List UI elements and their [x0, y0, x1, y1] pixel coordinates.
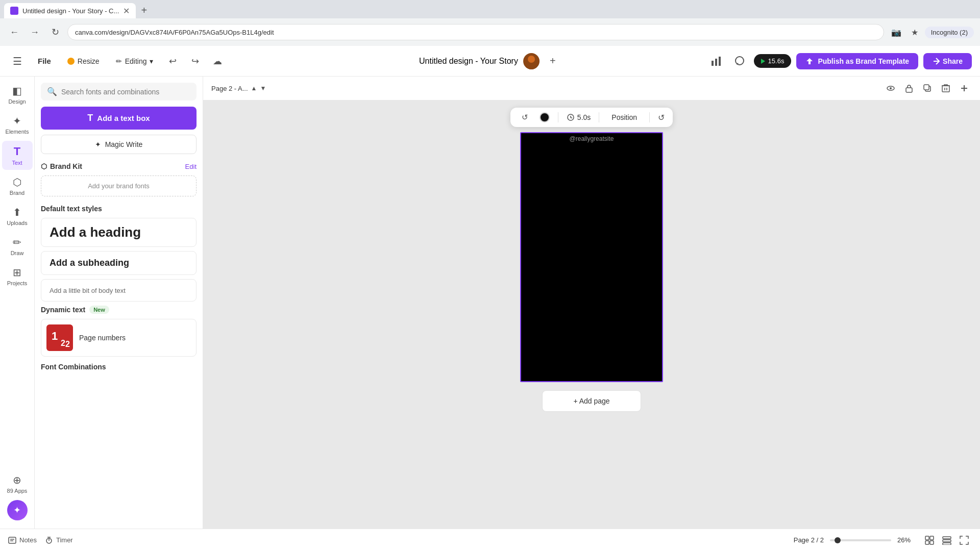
brand-kit-section: ⬡ Brand Kit Edit	[41, 162, 197, 170]
app: ☰ File Resize ✏ Editing ▾ ↩ ↪ ☁ Untitled…	[0, 46, 980, 551]
sidebar-item-text[interactable]: T Text	[2, 141, 33, 170]
fullscreen-button[interactable]	[957, 533, 972, 548]
favicon	[10, 7, 18, 15]
magic-write-icon: ✦	[95, 140, 101, 148]
magic-button[interactable]: ☁	[209, 53, 226, 69]
apps-icon: ⊕	[13, 474, 21, 486]
undo-button[interactable]: ↩	[164, 53, 181, 69]
add-textbox-label: Add a text box	[97, 114, 150, 122]
sidebar-item-uploads[interactable]: ⬆ Uploads	[2, 202, 33, 230]
time-indicator[interactable]: 5.0s	[567, 113, 591, 121]
subheading-style-item[interactable]: Add a subheading	[41, 251, 197, 275]
projects-icon: ⊞	[13, 266, 21, 279]
play-button[interactable]: 15.6s	[754, 54, 792, 68]
share-button[interactable]: Share	[923, 53, 972, 69]
magic-write-button[interactable]: ✦ Magic Write	[41, 135, 197, 154]
magic-write-label: Magic Write	[105, 140, 143, 148]
add-element-button[interactable]	[957, 81, 972, 96]
browser-tabs: Untitled design - Your Story - C... ✕ +	[0, 0, 980, 18]
notes-button[interactable]: Notes	[8, 536, 37, 544]
svg-rect-15	[942, 86, 949, 92]
new-tab-button[interactable]: +	[137, 3, 151, 17]
page-label: Page 2 - A...	[211, 85, 248, 92]
refresh-button[interactable]: ↺	[519, 111, 531, 124]
svg-rect-36	[943, 543, 951, 545]
svg-rect-12	[906, 88, 912, 92]
page-indicator: Page 2 - A... ▲ ▼	[211, 85, 266, 92]
visibility-button[interactable]	[883, 81, 898, 96]
bottom-left: Notes Timer	[8, 536, 786, 544]
publish-button[interactable]: Publish as Brand Template	[796, 53, 918, 69]
sidebar-item-design[interactable]: ◧ Design	[2, 81, 33, 109]
nav-icons: 📷 ★ Incognito (2)	[888, 24, 974, 40]
browser-tab-active[interactable]: Untitled design - Your Story - C... ✕	[4, 3, 136, 18]
design-title: Untitled design - Your Story	[419, 57, 518, 66]
hamburger-button[interactable]: ☰	[8, 52, 27, 70]
analytics-button[interactable]	[707, 52, 725, 70]
timer-button[interactable]: Timer	[45, 536, 73, 544]
nav-reload-button[interactable]: ↻	[47, 24, 63, 40]
sidebar-item-brand[interactable]: ⬡ Brand	[2, 172, 33, 200]
tab-close-button[interactable]: ✕	[123, 6, 130, 16]
color-picker[interactable]	[540, 112, 550, 122]
sidebar-item-apps[interactable]: ⊕ 89 Apps	[2, 470, 33, 498]
default-styles-title: Default text styles	[41, 205, 197, 213]
svg-rect-31	[930, 536, 934, 540]
address-bar[interactable]: canva.com/design/DAGVxc874lA/F6P0An75AGa…	[67, 24, 884, 40]
canvas-content: @reallygreatsite + Add page	[520, 132, 663, 432]
play-time: 15.6s	[768, 57, 785, 65]
duplicate-button[interactable]	[920, 81, 935, 96]
heading-style-item[interactable]: Add a heading	[41, 218, 197, 247]
toolbar-center: Untitled design - Your Story +	[419, 53, 561, 69]
sidebar-item-elements[interactable]: ✦ Elements	[2, 111, 33, 139]
sidebar-item-draw[interactable]: ✏ Draw	[2, 232, 33, 260]
zoom-slider[interactable]	[830, 539, 891, 541]
user-avatar[interactable]	[523, 53, 540, 69]
svg-point-0	[528, 56, 535, 63]
dynamic-title: Dynamic text	[41, 306, 85, 314]
position-button[interactable]: Position	[607, 111, 641, 123]
magic-studio-button[interactable]: ✦	[7, 500, 28, 520]
bookmark-icon-button[interactable]: ★	[906, 24, 923, 40]
add-collaborator-button[interactable]: +	[545, 53, 561, 69]
resize-button[interactable]: Resize	[62, 54, 105, 68]
svg-rect-24	[9, 537, 16, 543]
comments-button[interactable]	[730, 52, 749, 70]
page-up-chevron[interactable]: ▲	[251, 85, 257, 92]
sidebar-icons: ◧ Design ✦ Elements T Text ⬡ Brand ⬆ Upl…	[0, 77, 35, 529]
dynamic-text-section: Dynamic text New 1 2 Page numbers	[41, 306, 197, 357]
page-down-chevron[interactable]: ▼	[260, 85, 266, 92]
delete-button[interactable]	[938, 81, 953, 96]
page-numbers-item[interactable]: 1 2 Page numbers	[41, 319, 197, 357]
body-style-item[interactable]: Add a little bit of body text	[41, 279, 197, 302]
lock-button[interactable]	[901, 81, 917, 96]
add-page-button[interactable]: + Add page	[542, 390, 641, 412]
elements-icon: ✦	[13, 115, 21, 127]
grid-view-button[interactable]	[922, 533, 937, 548]
nav-back-button[interactable]: ←	[6, 24, 22, 40]
editing-button[interactable]: ✏ Editing ▾	[111, 54, 159, 68]
file-button[interactable]: File	[33, 54, 56, 68]
search-input[interactable]	[61, 88, 190, 96]
brand-fonts-empty[interactable]: Add your brand fonts	[41, 176, 197, 196]
resize-dot	[67, 58, 75, 65]
resize-label: Resize	[78, 57, 100, 65]
brand-kit-edit-link[interactable]: Edit	[185, 163, 197, 170]
add-textbox-button[interactable]: T Add a text box	[41, 107, 197, 130]
editing-label: Editing	[125, 57, 147, 65]
incognito-button[interactable]: Incognito (2)	[925, 27, 974, 38]
canvas-username: @reallygreatsite	[570, 135, 614, 142]
time-value: 5.0s	[577, 113, 591, 121]
svg-point-1	[526, 63, 537, 69]
nav-forward-button[interactable]: →	[27, 24, 43, 40]
svg-rect-34	[943, 537, 951, 539]
canvas-page[interactable]: @reallygreatsite	[520, 132, 663, 382]
reset-button[interactable]: ↺	[658, 113, 665, 122]
camera-off-icon-button[interactable]: 📷	[888, 24, 904, 40]
redo-button[interactable]: ↪	[187, 53, 203, 69]
svg-rect-33	[930, 541, 934, 544]
search-box[interactable]: 🔍	[41, 83, 197, 101]
sidebar-item-projects[interactable]: ⊞ Projects	[2, 262, 33, 290]
browser-chrome: Untitled design - Your Story - C... ✕ + …	[0, 0, 980, 46]
list-view-button[interactable]	[939, 533, 954, 548]
